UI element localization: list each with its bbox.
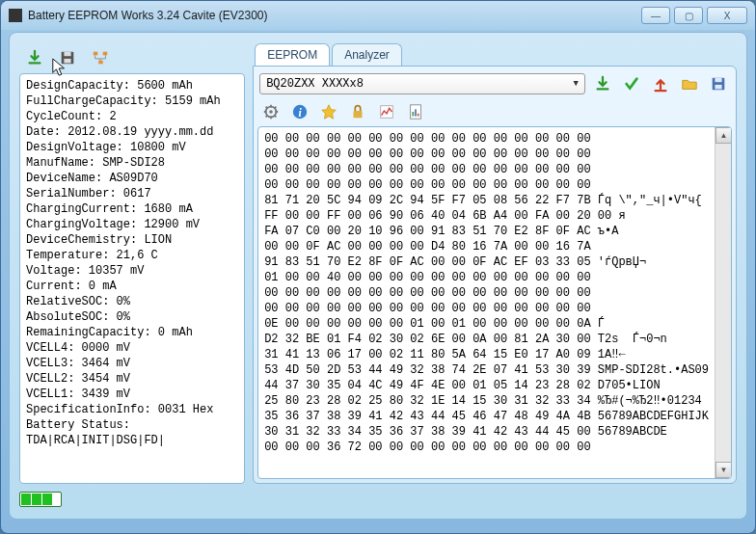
left-panel: DesignCapacity: 5600 mAh FullChargeCapac… [19, 42, 245, 484]
download-icon[interactable] [591, 73, 614, 94]
battery-cell [32, 494, 41, 505]
statusbar [19, 490, 737, 509]
scroll-down-icon[interactable]: ▼ [716, 462, 732, 478]
svg-rect-5 [98, 61, 103, 65]
chevron-down-icon: ▼ [574, 79, 579, 89]
svg-rect-16 [413, 112, 415, 117]
device-select-value: BQ20ZXX XXXXx8 [266, 77, 364, 91]
tab-eeprom[interactable]: EEPROM [255, 43, 330, 66]
check-icon[interactable] [620, 73, 643, 94]
tab-analyzer[interactable]: Analyzer [332, 43, 402, 66]
chart-icon[interactable] [375, 101, 398, 122]
report-icon[interactable] [404, 101, 427, 122]
svg-point-10 [269, 110, 273, 114]
window-title: Battery EEPROM Works 3.24 Cavite (EV2300… [28, 9, 641, 22]
battery-cell [21, 494, 31, 505]
upload-icon[interactable] [649, 73, 672, 94]
tree-icon[interactable] [89, 47, 112, 68]
svg-rect-13 [354, 111, 363, 118]
eeprom-toolbar: i [257, 97, 732, 126]
download-icon[interactable] [23, 47, 46, 68]
titlebar: Battery EEPROM Works 3.24 Cavite (EV2300… [1, 1, 755, 30]
tab-bar: EEPROM Analyzer [253, 42, 737, 66]
svg-rect-8 [715, 85, 721, 90]
battery-info-panel: DesignCapacity: 5600 mAh FullChargeCapac… [19, 73, 245, 484]
minimize-button[interactable]: — [641, 7, 670, 24]
hex-text[interactable]: 00 00 00 00 00 00 00 00 00 00 00 00 00 0… [258, 127, 715, 478]
open-icon[interactable] [678, 73, 701, 94]
device-row: BQ20ZXX XXXXx8 ▼ [257, 70, 732, 97]
svg-rect-1 [64, 52, 70, 57]
scroll-up-icon[interactable]: ▲ [716, 127, 732, 144]
right-panel: EEPROM Analyzer BQ20ZXX XXXXx8 ▼ [253, 42, 737, 484]
scrollbar[interactable]: ▲ ▼ [715, 127, 731, 478]
window-controls: — ▢ X [641, 7, 747, 24]
svg-rect-3 [94, 52, 98, 56]
main-row: DesignCapacity: 5600 mAh FullChargeCapac… [19, 42, 737, 484]
svg-rect-18 [418, 114, 419, 117]
device-select[interactable]: BQ20ZXX XXXXx8 ▼ [259, 73, 585, 94]
hex-view: 00 00 00 00 00 00 00 00 00 00 00 00 00 0… [257, 126, 732, 479]
save-icon[interactable] [707, 73, 730, 94]
svg-rect-17 [415, 109, 417, 116]
close-button[interactable]: X [707, 7, 747, 24]
gear-icon[interactable] [259, 101, 283, 122]
cursor-icon [51, 57, 68, 78]
content-area: DesignCapacity: 5600 mAh FullChargeCapac… [9, 32, 747, 520]
window: Battery EEPROM Works 3.24 Cavite (EV2300… [0, 0, 756, 534]
svg-rect-14 [381, 106, 393, 119]
svg-rect-7 [715, 78, 721, 83]
star-icon[interactable] [317, 101, 340, 122]
info-icon[interactable]: i [288, 101, 311, 122]
battery-cell [42, 494, 52, 505]
app-icon [9, 9, 22, 22]
svg-rect-4 [103, 52, 108, 56]
battery-indicator [19, 492, 62, 507]
lock-icon[interactable] [346, 101, 369, 122]
maximize-button[interactable]: ▢ [674, 7, 703, 24]
eeprom-panel: BQ20ZXX XXXXx8 ▼ [253, 66, 737, 484]
